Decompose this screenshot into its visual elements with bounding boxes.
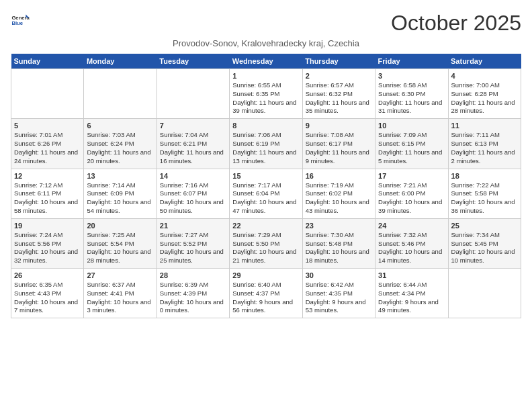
day-detail: Sunrise: 6:40 AM Sunset: 4:37 PM Dayligh…: [232, 281, 299, 315]
calendar-cell: 28Sunrise: 6:39 AM Sunset: 4:39 PM Dayli…: [157, 269, 229, 318]
weekday-header-row: SundayMondayTuesdayWednesdayThursdayFrid…: [11, 54, 521, 69]
day-number: 7: [160, 122, 226, 130]
calendar-cell: 21Sunrise: 7:27 AM Sunset: 5:52 PM Dayli…: [157, 218, 229, 268]
calendar-cell: 31Sunrise: 6:44 AM Sunset: 4:34 PM Dayli…: [375, 269, 448, 318]
day-detail: Sunrise: 7:30 AM Sunset: 5:48 PM Dayligh…: [306, 231, 372, 265]
day-number: 5: [14, 122, 81, 130]
day-number: 6: [87, 122, 153, 130]
weekday-header: Saturday: [448, 54, 521, 69]
day-number: 25: [451, 222, 518, 230]
calendar-week-row: 12Sunrise: 7:12 AM Sunset: 6:11 PM Dayli…: [11, 169, 521, 218]
calendar-cell: 16Sunrise: 7:19 AM Sunset: 6:02 PM Dayli…: [302, 169, 375, 218]
calendar-cell: 25Sunrise: 7:34 AM Sunset: 5:45 PM Dayli…: [448, 218, 521, 268]
day-detail: Sunrise: 7:29 AM Sunset: 5:50 PM Dayligh…: [232, 231, 299, 265]
day-detail: Sunrise: 7:14 AM Sunset: 6:09 PM Dayligh…: [87, 181, 153, 216]
svg-text:Blue: Blue: [11, 20, 23, 26]
calendar-cell: 22Sunrise: 7:29 AM Sunset: 5:50 PM Dayli…: [230, 218, 302, 268]
day-number: 26: [14, 271, 81, 279]
day-number: 20: [87, 222, 153, 230]
day-number: 16: [306, 172, 372, 180]
day-number: 4: [451, 72, 518, 80]
weekday-header: Friday: [375, 54, 448, 69]
calendar-cell: [448, 269, 521, 318]
calendar-cell: 24Sunrise: 7:32 AM Sunset: 5:46 PM Dayli…: [375, 218, 448, 268]
day-number: 23: [306, 222, 372, 230]
calendar-cell: [157, 69, 229, 119]
day-number: 14: [160, 172, 226, 180]
day-number: 19: [14, 222, 81, 230]
calendar-cell: 12Sunrise: 7:12 AM Sunset: 6:11 PM Dayli…: [11, 169, 84, 218]
day-number: 1: [232, 72, 299, 80]
day-detail: Sunrise: 7:21 AM Sunset: 6:00 PM Dayligh…: [378, 181, 445, 216]
calendar-cell: 23Sunrise: 7:30 AM Sunset: 5:48 PM Dayli…: [302, 218, 375, 268]
day-detail: Sunrise: 6:39 AM Sunset: 4:39 PM Dayligh…: [160, 281, 226, 315]
header-top: General Blue October 2025: [11, 11, 521, 36]
day-detail: Sunrise: 7:01 AM Sunset: 6:26 PM Dayligh…: [14, 131, 81, 165]
calendar-cell: 6Sunrise: 7:03 AM Sunset: 6:24 PM Daylig…: [84, 119, 157, 169]
calendar-cell: [11, 69, 84, 119]
calendar-cell: 14Sunrise: 7:16 AM Sunset: 6:07 PM Dayli…: [157, 169, 229, 218]
day-detail: Sunrise: 6:58 AM Sunset: 6:30 PM Dayligh…: [378, 81, 445, 116]
day-detail: Sunrise: 7:25 AM Sunset: 5:54 PM Dayligh…: [87, 231, 153, 265]
calendar-cell: 2Sunrise: 6:57 AM Sunset: 6:32 PM Daylig…: [302, 69, 375, 119]
calendar-cell: 26Sunrise: 6:35 AM Sunset: 4:43 PM Dayli…: [11, 269, 84, 318]
day-number: 11: [451, 122, 518, 130]
day-detail: Sunrise: 7:22 AM Sunset: 5:58 PM Dayligh…: [451, 181, 518, 216]
calendar-week-row: 19Sunrise: 7:24 AM Sunset: 5:56 PM Dayli…: [11, 218, 521, 268]
day-detail: Sunrise: 6:57 AM Sunset: 6:32 PM Dayligh…: [306, 81, 372, 116]
calendar-cell: 17Sunrise: 7:21 AM Sunset: 6:00 PM Dayli…: [375, 169, 448, 218]
logo: General Blue: [11, 11, 30, 30]
day-detail: Sunrise: 7:08 AM Sunset: 6:17 PM Dayligh…: [306, 131, 372, 165]
day-number: 28: [160, 271, 226, 279]
calendar: SundayMondayTuesdayWednesdayThursdayFrid…: [11, 54, 521, 318]
day-number: 22: [232, 222, 299, 230]
calendar-cell: 8Sunrise: 7:06 AM Sunset: 6:19 PM Daylig…: [230, 119, 302, 169]
day-detail: Sunrise: 6:55 AM Sunset: 6:35 PM Dayligh…: [232, 81, 299, 116]
day-number: 30: [306, 271, 372, 279]
day-detail: Sunrise: 7:00 AM Sunset: 6:28 PM Dayligh…: [451, 81, 518, 116]
day-detail: Sunrise: 7:16 AM Sunset: 6:07 PM Dayligh…: [160, 181, 226, 216]
calendar-week-row: 5Sunrise: 7:01 AM Sunset: 6:26 PM Daylig…: [11, 119, 521, 169]
day-number: 8: [232, 122, 299, 130]
weekday-header: Thursday: [302, 54, 375, 69]
weekday-header: Wednesday: [230, 54, 302, 69]
calendar-cell: 9Sunrise: 7:08 AM Sunset: 6:17 PM Daylig…: [302, 119, 375, 169]
day-number: 12: [14, 172, 81, 180]
day-detail: Sunrise: 7:27 AM Sunset: 5:52 PM Dayligh…: [160, 231, 226, 265]
calendar-week-row: 1Sunrise: 6:55 AM Sunset: 6:35 PM Daylig…: [11, 69, 521, 119]
day-detail: Sunrise: 7:06 AM Sunset: 6:19 PM Dayligh…: [232, 131, 299, 165]
day-number: 27: [87, 271, 153, 279]
day-number: 21: [160, 222, 226, 230]
day-number: 31: [378, 271, 445, 279]
day-detail: Sunrise: 7:19 AM Sunset: 6:02 PM Dayligh…: [306, 181, 372, 216]
day-number: 29: [232, 271, 299, 279]
day-number: 13: [87, 172, 153, 180]
day-detail: Sunrise: 6:35 AM Sunset: 4:43 PM Dayligh…: [14, 281, 81, 315]
day-detail: Sunrise: 7:32 AM Sunset: 5:46 PM Dayligh…: [378, 231, 445, 265]
calendar-cell: 29Sunrise: 6:40 AM Sunset: 4:37 PM Dayli…: [230, 269, 302, 318]
day-number: 10: [378, 122, 445, 130]
day-detail: Sunrise: 7:12 AM Sunset: 6:11 PM Dayligh…: [14, 181, 81, 216]
day-detail: Sunrise: 6:42 AM Sunset: 4:35 PM Dayligh…: [306, 281, 372, 315]
title-area: October 2025: [391, 11, 521, 36]
calendar-cell: 20Sunrise: 7:25 AM Sunset: 5:54 PM Dayli…: [84, 218, 157, 268]
calendar-cell: 18Sunrise: 7:22 AM Sunset: 5:58 PM Dayli…: [448, 169, 521, 218]
day-detail: Sunrise: 6:44 AM Sunset: 4:34 PM Dayligh…: [378, 281, 445, 315]
location: Provodov-Sonov, Kralovehradecky kraj, Cz…: [11, 38, 521, 48]
calendar-cell: 19Sunrise: 7:24 AM Sunset: 5:56 PM Dayli…: [11, 218, 84, 268]
day-number: 24: [378, 222, 445, 230]
calendar-cell: 4Sunrise: 7:00 AM Sunset: 6:28 PM Daylig…: [448, 69, 521, 119]
day-number: 9: [306, 122, 372, 130]
day-number: 3: [378, 72, 445, 80]
calendar-cell: 15Sunrise: 7:17 AM Sunset: 6:04 PM Dayli…: [230, 169, 302, 218]
day-detail: Sunrise: 7:09 AM Sunset: 6:15 PM Dayligh…: [378, 131, 445, 165]
day-detail: Sunrise: 7:11 AM Sunset: 6:13 PM Dayligh…: [451, 131, 518, 165]
calendar-cell: 27Sunrise: 6:37 AM Sunset: 4:41 PM Dayli…: [84, 269, 157, 318]
calendar-cell: [84, 69, 157, 119]
day-number: 15: [232, 172, 299, 180]
calendar-cell: 1Sunrise: 6:55 AM Sunset: 6:35 PM Daylig…: [230, 69, 302, 119]
month-title: October 2025: [391, 11, 521, 36]
calendar-cell: 10Sunrise: 7:09 AM Sunset: 6:15 PM Dayli…: [375, 119, 448, 169]
calendar-cell: 30Sunrise: 6:42 AM Sunset: 4:35 PM Dayli…: [302, 269, 375, 318]
day-detail: Sunrise: 7:17 AM Sunset: 6:04 PM Dayligh…: [232, 181, 299, 216]
